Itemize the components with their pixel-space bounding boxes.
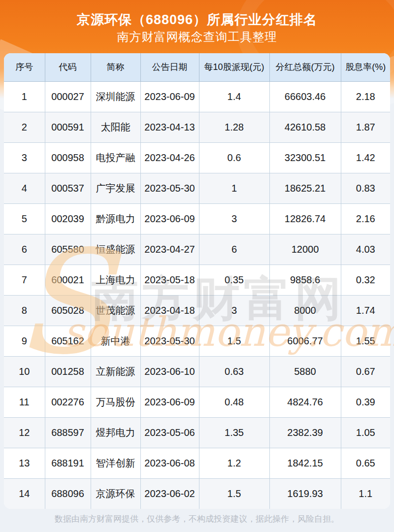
table-cell: 1.35 — [199, 417, 269, 448]
table-cell: 18625.21 — [269, 173, 341, 203]
table-cell: 1619.93 — [269, 478, 341, 509]
table-row: 13688191智洋创新2023-06-081.21842.150.65 — [4, 448, 390, 478]
table-cell: 14 — [4, 478, 45, 509]
table-cell: 42610.58 — [269, 112, 341, 142]
column-header-5: 分红总额(万元) — [269, 53, 341, 81]
table-cell: 11 — [4, 387, 45, 417]
table-row: 7600021上海电力2023-05-180.359858.60.32 — [4, 265, 390, 295]
table-cell: 1.2 — [199, 448, 269, 478]
table-cell: 10 — [4, 356, 45, 387]
table-cell: 2023-06-10 — [140, 356, 199, 387]
table-cell: 4824.76 — [269, 387, 341, 417]
table-cell: 13 — [4, 448, 45, 478]
table-cell: 002039 — [45, 203, 91, 234]
table-cell: 2023-05-18 — [140, 265, 199, 295]
table-cell: 京源环保 — [91, 478, 140, 509]
table-cell: 2023-06-02 — [140, 478, 199, 509]
table-cell: 世茂能源 — [91, 295, 140, 326]
table-row: 11002276万马股份2023-06-090.484824.760.39 — [4, 387, 390, 417]
table-cell: 2023-05-30 — [140, 326, 199, 356]
table-cell: 0.67 — [341, 356, 390, 387]
dividend-ranking-table-card: 序号代码简称公告日期每10股派现(元)分红总额(万元)股息率(%) 100002… — [4, 53, 390, 509]
table-cell: 2023-05-06 — [140, 417, 199, 448]
table-cell: 太阳能 — [91, 112, 140, 142]
table-cell: 7 — [4, 265, 45, 295]
table-cell: 1 — [199, 173, 269, 203]
table-cell: 9858.6 — [269, 265, 341, 295]
page-subtitle: 南方财富网概念查询工具整理 — [0, 29, 394, 45]
table-cell: 3 — [4, 142, 45, 173]
table-row: 14688096京源环保2023-06-021.51619.931.1 — [4, 478, 390, 509]
table-cell: 3 — [199, 295, 269, 326]
table-cell: 0.83 — [341, 173, 390, 203]
table-cell: 0.35 — [199, 265, 269, 295]
table-cell: 0.48 — [199, 387, 269, 417]
table-cell: 0.63 — [199, 356, 269, 387]
dividend-ranking-table: 序号代码简称公告日期每10股派现(元)分红总额(万元)股息率(%) 100002… — [4, 53, 390, 509]
table-cell: 4 — [4, 173, 45, 203]
table-row: 9605162新中港2023-05-301.56006.771.55 — [4, 326, 390, 356]
table-cell: 4.03 — [341, 234, 390, 265]
table-cell: 2023-04-26 — [140, 142, 199, 173]
table-cell: 000537 — [45, 173, 91, 203]
table-cell: 688191 — [45, 448, 91, 478]
table-cell: 2023-06-09 — [140, 387, 199, 417]
table-cell: 6 — [4, 234, 45, 265]
table-cell: 0.32 — [341, 265, 390, 295]
table-cell: 万马股份 — [91, 387, 140, 417]
header-banner: 京源环保（688096）所属行业分红排名 南方财富网概念查询工具整理 — [0, 0, 394, 53]
table-cell: 1.87 — [341, 112, 390, 142]
table-cell: 9 — [4, 326, 45, 356]
table-cell: 黔源电力 — [91, 203, 140, 234]
table-cell: 5880 — [269, 356, 341, 387]
table-body: 1000027深圳能源2023-06-091.466603.462.182000… — [4, 81, 390, 509]
table-cell: 恒盛能源 — [91, 234, 140, 265]
table-cell: 1.74 — [341, 295, 390, 326]
table-cell: 2023-06-09 — [140, 203, 199, 234]
table-cell: 2 — [4, 112, 45, 142]
table-row: 5002039黔源电力2023-06-09312826.742.16 — [4, 203, 390, 234]
column-header-1: 代码 — [45, 53, 91, 81]
column-header-4: 每10股派现(元) — [199, 53, 269, 81]
table-cell: 2023-05-30 — [140, 173, 199, 203]
table-cell: 1.5 — [199, 326, 269, 356]
table-cell: 8 — [4, 295, 45, 326]
table-cell: 66603.46 — [269, 81, 341, 112]
table-row: 6605580恒盛能源2023-04-276120004.03 — [4, 234, 390, 265]
table-cell: 1.1 — [341, 478, 390, 509]
table-cell: 605580 — [45, 234, 91, 265]
table-cell: 6006.77 — [269, 326, 341, 356]
table-cell: 1.28 — [199, 112, 269, 142]
page-title: 京源环保（688096）所属行业分红排名 — [0, 11, 394, 29]
table-cell: 32300.51 — [269, 142, 341, 173]
table-cell: 600021 — [45, 265, 91, 295]
table-cell: 000591 — [45, 112, 91, 142]
table-cell: 深圳能源 — [91, 81, 140, 112]
table-cell: 2023-06-09 — [140, 81, 199, 112]
table-cell: 1842.15 — [269, 448, 341, 478]
table-cell: 12000 — [269, 234, 341, 265]
table-cell: 688597 — [45, 417, 91, 448]
table-cell: 2382.39 — [269, 417, 341, 448]
table-cell: 立新能源 — [91, 356, 140, 387]
disclaimer-text: 数据由南方财富网提供，仅供参考，不构成投资建议，据此操作，风险自担。 — [0, 513, 394, 525]
table-row: 3000958电投产融2023-04-260.632300.511.42 — [4, 142, 390, 173]
table-cell: 2.18 — [341, 81, 390, 112]
table-cell: 6 — [199, 234, 269, 265]
page: 京源环保（688096）所属行业分红排名 南方财富网概念查询工具整理 序号代码简… — [0, 0, 394, 532]
table-cell: 1.55 — [341, 326, 390, 356]
table-cell: 001258 — [45, 356, 91, 387]
table-cell: 1 — [4, 81, 45, 112]
table-cell: 0.39 — [341, 387, 390, 417]
table-cell: 1.4 — [199, 81, 269, 112]
table-cell: 3 — [199, 203, 269, 234]
table-cell: 2023-04-18 — [140, 295, 199, 326]
table-cell: 智洋创新 — [91, 448, 140, 478]
table-cell: 000027 — [45, 81, 91, 112]
column-header-0: 序号 — [4, 53, 45, 81]
table-header-row: 序号代码简称公告日期每10股派现(元)分红总额(万元)股息率(%) — [4, 53, 390, 81]
table-row: 1000027深圳能源2023-06-091.466603.462.18 — [4, 81, 390, 112]
table-cell: 000958 — [45, 142, 91, 173]
table-cell: 8000 — [269, 295, 341, 326]
table-cell: 电投产融 — [91, 142, 140, 173]
